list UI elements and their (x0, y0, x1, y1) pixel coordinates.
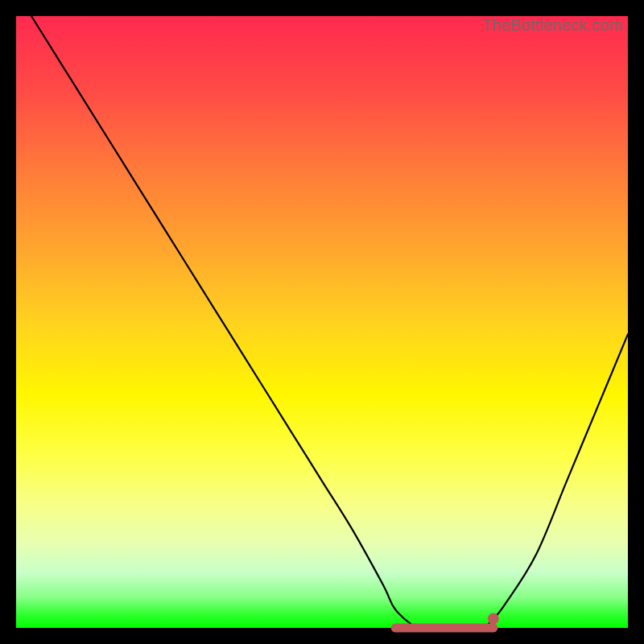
curve-path (16, 0, 628, 630)
bottleneck-curve (16, 16, 628, 628)
end-dot (488, 613, 499, 625)
chart-stage: TheBottleneck.com (0, 0, 644, 644)
plot-area: TheBottleneck.com (16, 16, 628, 628)
